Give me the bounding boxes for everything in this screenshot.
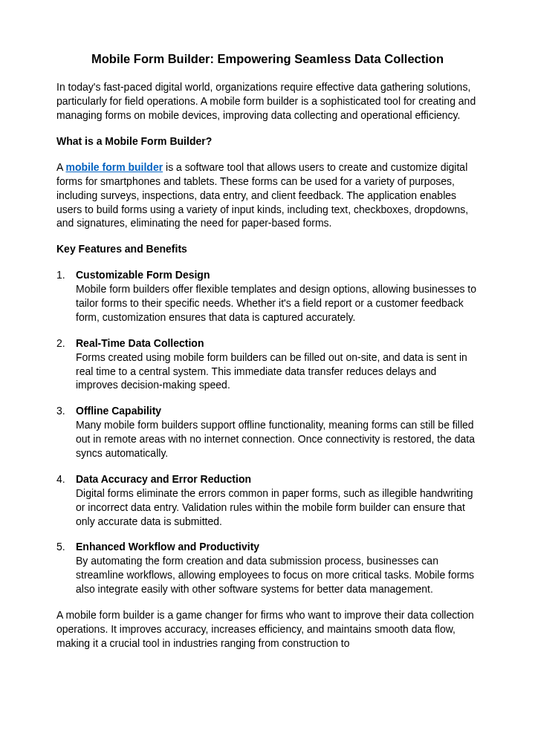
list-body: Data Accuracy and Error Reduction Digita…	[76, 472, 479, 529]
intro-paragraph: In today's fast-paced digital world, org…	[56, 80, 479, 123]
list-body: Enhanced Workflow and Productivity By au…	[76, 540, 479, 596]
section-heading-what-is: What is a Mobile Form Builder?	[56, 134, 479, 149]
list-number: 4.	[56, 472, 76, 529]
text-fragment: A	[56, 161, 65, 173]
list-item: 4. Data Accuracy and Error Reduction Dig…	[56, 472, 479, 529]
section-heading-key-features: Key Features and Benefits	[56, 242, 479, 256]
features-list: 1. Customizable Form Design Mobile form …	[56, 268, 479, 596]
list-number: 2.	[56, 336, 76, 393]
list-body: Real-Time Data Collection Forms created …	[76, 336, 479, 393]
list-number: 3.	[56, 404, 76, 460]
list-number: 1.	[56, 268, 76, 325]
section-what-is-paragraph: A mobile form builder is a software tool…	[56, 160, 479, 230]
list-number: 5.	[56, 540, 76, 596]
list-item: 1. Customizable Form Design Mobile form …	[56, 268, 479, 325]
list-item: 2. Real-Time Data Collection Forms creat…	[56, 336, 479, 393]
list-body: Offline Capability Many mobile form buil…	[76, 404, 479, 460]
feature-body: By automating the form creation and data…	[76, 555, 474, 595]
feature-body: Mobile form builders offer flexible temp…	[76, 283, 476, 323]
feature-body: Forms created using mobile form builders…	[76, 351, 467, 391]
mobile-form-builder-link[interactable]: mobile form builder	[65, 161, 163, 173]
feature-body: Many mobile form builders support offlin…	[76, 419, 475, 459]
feature-title: Customizable Form Design	[76, 269, 210, 281]
feature-body: Digital forms eliminate the errors commo…	[76, 487, 473, 527]
feature-title: Real-Time Data Collection	[76, 337, 204, 349]
feature-title: Data Accuracy and Error Reduction	[76, 473, 251, 485]
list-item: 3. Offline Capability Many mobile form b…	[56, 404, 479, 460]
list-item: 5. Enhanced Workflow and Productivity By…	[56, 540, 479, 596]
feature-title: Enhanced Workflow and Productivity	[76, 541, 259, 553]
document-page: Mobile Form Builder: Empowering Seamless…	[0, 0, 535, 756]
list-body: Customizable Form Design Mobile form bui…	[76, 268, 479, 325]
feature-title: Offline Capability	[76, 405, 161, 417]
conclusion-paragraph: A mobile form builder is a game changer …	[56, 608, 479, 651]
page-title: Mobile Form Builder: Empowering Seamless…	[56, 50, 479, 67]
